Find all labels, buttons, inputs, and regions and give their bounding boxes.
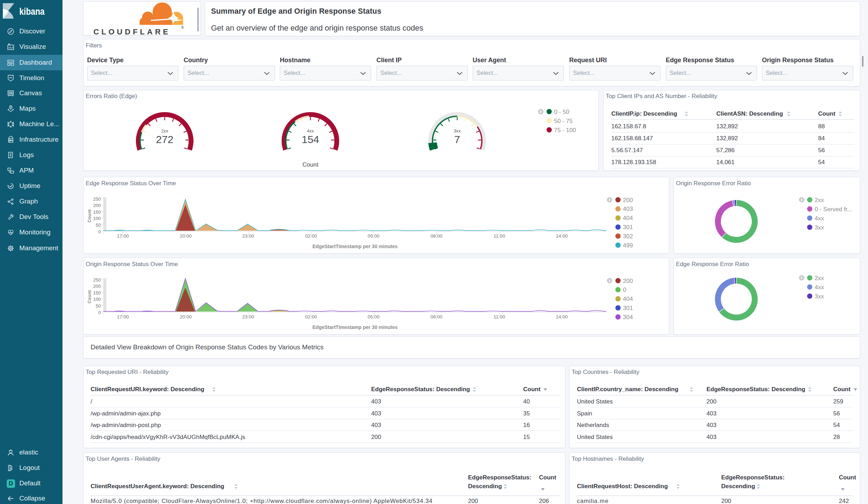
svg-text:404: 404 [623, 296, 633, 302]
svg-text:CLOUDFLARE: CLOUDFLARE [93, 27, 171, 35]
svg-text:200: 200 [623, 197, 633, 203]
svg-text:272: 272 [156, 134, 173, 145]
svg-text:403: 403 [623, 206, 633, 212]
svg-text:3xx: 3xx [815, 293, 824, 300]
svg-text:2xx: 2xx [815, 197, 824, 203]
svg-text:301: 301 [623, 305, 633, 311]
svg-text:154: 154 [302, 134, 319, 145]
svg-text:3xx: 3xx [815, 224, 824, 231]
svg-text:301: 301 [623, 224, 633, 231]
svg-text:®: ® [181, 26, 184, 30]
svg-text:7: 7 [454, 134, 460, 145]
svg-text:0: 0 [623, 286, 626, 293]
svg-text:499: 499 [623, 242, 633, 249]
svg-text:0 - Served fr...: 0 - Served fr... [815, 206, 852, 213]
svg-text:2xx: 2xx [161, 128, 169, 134]
svg-text:4xx: 4xx [307, 128, 314, 134]
svg-text:4xx: 4xx [815, 284, 824, 291]
svg-text:75 - 100: 75 - 100 [554, 127, 576, 134]
svg-text:304: 304 [623, 314, 633, 321]
svg-text:50 - 75: 50 - 75 [554, 118, 573, 124]
svg-text:302: 302 [623, 233, 633, 240]
svg-text:200: 200 [623, 278, 633, 284]
svg-text:0 - 50: 0 - 50 [554, 109, 569, 115]
svg-text:404: 404 [623, 215, 633, 221]
svg-text:3xx: 3xx [454, 128, 461, 134]
svg-text:4xx: 4xx [815, 215, 824, 222]
svg-text:Count: Count [302, 161, 318, 168]
svg-text:2xx: 2xx [815, 275, 824, 282]
